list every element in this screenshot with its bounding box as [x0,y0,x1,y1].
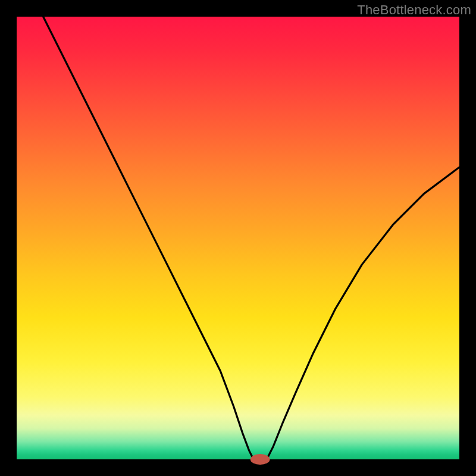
bottleneck-curve [43,17,459,459]
optimal-point-marker [250,454,270,465]
chart-frame: TheBottleneck.com [0,0,476,476]
watermark-text: TheBottleneck.com [357,2,471,18]
chart-plot-area [17,17,459,459]
chart-svg [17,17,459,459]
